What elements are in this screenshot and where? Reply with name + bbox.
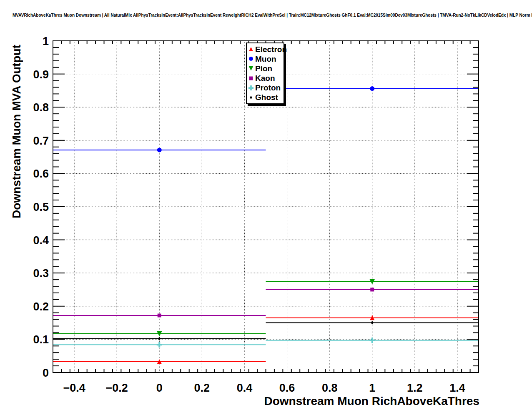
y-tick-label: 0.6	[33, 168, 49, 180]
y-axis-title: Downstream Muon MVA Output	[11, 45, 23, 218]
x-tick-label: 0.2	[194, 382, 210, 394]
circle-marker-icon	[370, 86, 374, 91]
y-tick-label: 0.8	[33, 101, 49, 114]
x-axis-title: Downstream Muon RichAboveKaThres	[0, 395, 479, 408]
legend-label: Electron	[255, 45, 287, 53]
muon-legend-marker-icon	[248, 55, 254, 62]
x-tick-label: 0.8	[322, 382, 338, 394]
x-tick-label: 0	[156, 382, 163, 394]
diamond-marker-icon	[158, 337, 161, 340]
y-tick-label: 0.5	[33, 201, 49, 213]
y-tick-label: 0.2	[33, 300, 49, 313]
y-tick-label: 0.3	[33, 267, 49, 280]
x-tick-label: −0.4	[63, 382, 85, 394]
square-marker-icon	[158, 314, 161, 318]
legend-entry-muon: Muon	[248, 54, 284, 63]
pion-legend-marker-icon	[248, 65, 254, 72]
electron-legend-marker-icon	[248, 46, 254, 52]
legend-label: Muon	[255, 55, 276, 63]
cross-marker-icon	[157, 342, 162, 348]
x-tick-label: 1.4	[449, 382, 465, 394]
series-kaon	[53, 288, 479, 318]
circle-marker-icon	[157, 148, 162, 152]
x-tick-label: −0.2	[105, 382, 128, 394]
x-tick-label: 0.4	[237, 382, 253, 394]
legend-entry-electron: Electron	[248, 45, 284, 54]
ghost-legend-marker-icon	[248, 94, 254, 101]
cross-marker-icon	[369, 338, 375, 343]
legend-entry-proton: Proton	[248, 83, 284, 92]
x-tick-label: 1	[369, 382, 375, 394]
y-tick-label: 0.9	[33, 68, 49, 81]
y-tick-label: 0.1	[33, 333, 49, 346]
root-canvas: MVAVRichAboveKaThres Muon Downstream | A…	[0, 0, 532, 415]
y-tick-label: 1	[43, 35, 49, 48]
x-tick-label: 0.6	[279, 382, 295, 394]
legend-label: Ghost	[255, 93, 278, 101]
proton-legend-marker-icon	[248, 85, 254, 91]
y-tick-label: 0.7	[33, 135, 49, 147]
legend-entry-ghost: Ghost	[248, 93, 284, 102]
square-marker-icon	[370, 288, 374, 292]
data-series	[53, 86, 479, 364]
diamond-marker-icon	[371, 321, 374, 325]
legend-entry-kaon: Kaon	[248, 74, 284, 83]
y-tick-label: 0.4	[33, 234, 49, 247]
kaon-legend-marker-icon	[248, 75, 254, 82]
y-tick-label: 0	[43, 367, 49, 379]
legend-entry-pion: Pion	[248, 64, 284, 73]
legend-label: Kaon	[255, 74, 275, 82]
x-tick-label: 1.2	[407, 382, 423, 394]
legend-label: Pion	[255, 65, 272, 72]
legend: ElectronMuonPionKaonProtonGhost	[246, 42, 284, 104]
legend-label: Proton	[255, 84, 281, 92]
